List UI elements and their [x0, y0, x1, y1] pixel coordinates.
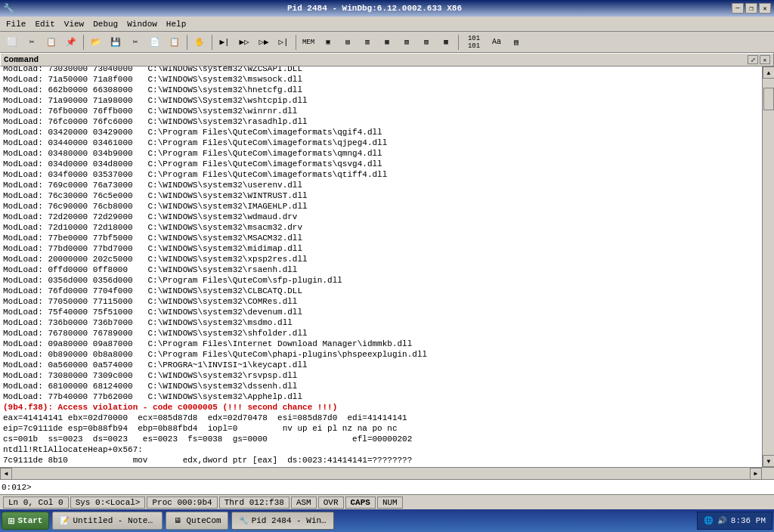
console-line: eax=41414141 ebx=02d70000 ecx=085d87d8 e… [3, 413, 759, 423]
command-panel: Command ⤢ ✕ ModLoad: 76360000 76370000 C… [0, 53, 774, 494]
asm-status: ASM [291, 496, 317, 509]
toolbar-mem5-btn[interactable]: ▦ [378, 34, 396, 51]
console-line: ModLoad: 76780000 76789000 C:\WINDOWS\sy… [3, 328, 759, 339]
console-line: cs=001b ss=0023 ds=0023 es=0023 fs=0038 … [3, 434, 759, 444]
menu-item-file[interactable]: File [2, 18, 30, 30]
toolbar-hand-btn[interactable]: ✋ [190, 34, 209, 51]
toolbar-mem8-btn[interactable]: ▩ [437, 34, 455, 51]
notepad-icon: 📝 [59, 515, 70, 526]
maximize-button[interactable]: ❐ [745, 3, 757, 14]
scroll-thumb[interactable] [763, 88, 774, 110]
toolbar-reg-btn[interactable]: 101101 [462, 34, 486, 51]
menu-item-debug[interactable]: Debug [88, 18, 122, 30]
console-line: ModLoad: 75f40000 75f51000 C:\WINDOWS\sy… [3, 307, 759, 317]
num-status: NUM [377, 496, 403, 509]
command-header: Command ⤢ ✕ [0, 53, 774, 66]
scroll-track[interactable] [763, 79, 774, 455]
taskbar-notepad-label: Untitled - Notepad [73, 516, 156, 525]
toolbar-sep-5 [458, 35, 459, 50]
taskbar-item-notepad[interactable]: 📝 Untitled - Notepad [52, 512, 163, 530]
menu-bar: FileEditViewDebugWindowHelp [0, 17, 774, 32]
h-scroll-track[interactable] [12, 469, 750, 479]
sys-status: Sys 0:<Local> [70, 496, 146, 509]
toolbar-open-btn[interactable]: 📂 [87, 34, 105, 51]
windbg-icon: 🔧 [238, 515, 249, 526]
network-icon: 🌐 [704, 516, 713, 525]
console-line: eip=7c9111de esp=0b88fb94 ebp=0b88fbd4 i… [3, 423, 759, 434]
console-line: ModLoad: 72d20000 72d29000 C:\WINDOWS\sy… [3, 212, 759, 222]
console-line: ModLoad: 76c90000 76cb8000 C:\WINDOWS\sy… [3, 201, 759, 212]
console-line: ModLoad: 72d10000 72d18000 C:\WINDOWS\sy… [3, 222, 759, 233]
scroll-down-arrow[interactable]: ▼ [763, 455, 774, 467]
console-line: ModLoad: 71a50000 71a8f000 C:\WINDOWS\sy… [3, 74, 759, 85]
toolbar-step2-btn[interactable]: ▶▷ [235, 34, 253, 51]
console-line: ModLoad: 736b0000 736b7000 C:\WINDOWS\sy… [3, 317, 759, 328]
menu-item-window[interactable]: Window [122, 18, 162, 30]
scroll-right-arrow[interactable]: ▶ [750, 468, 762, 480]
console-line: 7c9111de 8b10 mov edx,dword ptr [eax] ds… [3, 455, 759, 466]
volume-icon: 🔊 [717, 516, 726, 525]
taskbar-item-qutecom[interactable]: 🖥 QuteCom [166, 512, 228, 530]
toolbar-extra-btn[interactable]: ▤ [507, 34, 525, 51]
scroll-left-arrow[interactable]: ◀ [0, 468, 12, 480]
console-line: ModLoad: 73030000 73040000 C:\WINDOWS\sy… [3, 66, 759, 74]
console-line: ntdll!RtlAllocateHeap+0x567: [3, 444, 759, 455]
toolbar-mem3-btn[interactable]: ▤ [339, 34, 357, 51]
taskbar: ⊞ Start 📝 Untitled - Notepad 🖥 QuteCom 🔧… [0, 509, 774, 532]
toolbar-btn-1[interactable]: ⬜ [3, 34, 21, 51]
command-header-buttons: ⤢ ✕ [748, 55, 770, 64]
taskbar-item-windbg[interactable]: 🔧 Pid 2484 - WinDbg:6.1... [231, 512, 334, 530]
toolbar-step-btn[interactable]: ▶| [215, 34, 234, 51]
toolbar-mem-btn[interactable]: MEM [299, 34, 317, 51]
console-line: ModLoad: 0ffd0000 0ff8000 C:\WINDOWS\sys… [3, 264, 759, 275]
title-bar: 🔧 Pid 2484 - WinDbg:6.12.0002.633 X86 — … [0, 0, 774, 17]
command-input[interactable] [32, 483, 772, 492]
horizontal-scrollbar[interactable]: ◀ ▶ [0, 468, 762, 479]
command-resize-btn[interactable]: ⤢ [748, 55, 758, 64]
console-line: ModLoad: 03480000 034b9000 C:\Program Fi… [3, 148, 759, 159]
toolbar-btn-3[interactable]: 📋 [42, 34, 60, 51]
console-line: ModLoad: 76fb0000 76ffb000 C:\WINDOWS\sy… [3, 106, 759, 116]
console-content[interactable]: ModLoad: 76360000 76370000 C:\WINDOWS\sy… [0, 66, 762, 467]
console-line: ModLoad: 03420000 03429000 C:\Program Fi… [3, 127, 759, 138]
toolbar-copy-btn[interactable]: 📄 [146, 34, 164, 51]
toolbar-mem4-btn[interactable]: ▥ [358, 34, 376, 51]
console-line: ModLoad: 662b0000 66308000 C:\WINDOWS\sy… [3, 85, 759, 95]
close-button[interactable]: ✕ [759, 3, 771, 14]
proc-status: Proc 000:9b4 [147, 496, 217, 509]
qutecom-icon: 🖥 [172, 515, 183, 526]
toolbar-mem7-btn[interactable]: ▨ [417, 34, 435, 51]
status-bar: Ln 0, Col 0 Sys 0:<Local> Proc 000:9b4 T… [0, 494, 774, 509]
console-line: (9b4.f38): Access violation - code c0000… [3, 402, 759, 413]
app-icon: 🔧 [3, 3, 14, 14]
console-line: ModLoad: 77b40000 77b62000 C:\WINDOWS\sy… [3, 391, 759, 402]
start-icon: ⊞ [8, 515, 14, 527]
menu-item-view[interactable]: View [60, 18, 88, 30]
toolbar-cut-btn[interactable]: ✂ [126, 34, 144, 51]
toolbar-step4-btn[interactable]: ▷| [274, 34, 293, 51]
command-close-btn[interactable]: ✕ [760, 55, 770, 64]
menu-item-help[interactable]: Help [162, 18, 190, 30]
toolbar-mem6-btn[interactable]: ▧ [398, 34, 416, 51]
vertical-scrollbar[interactable]: ▲ ▼ [762, 66, 774, 467]
toolbar-sep-3 [212, 35, 212, 50]
start-button[interactable]: ⊞ Start [2, 512, 49, 530]
scroll-up-arrow[interactable]: ▲ [763, 66, 774, 79]
window-controls: — ❐ ✕ [732, 3, 771, 14]
console-line: ModLoad: 77050000 77115000 C:\WINDOWS\sy… [3, 296, 759, 307]
menu-item-edit[interactable]: Edit [30, 18, 59, 30]
console-line: ModLoad: 034d0000 034d8000 C:\Program Fi… [3, 159, 759, 169]
toolbar-step3-btn[interactable]: ▷▶ [255, 34, 273, 51]
command-prompt: 0:012> [2, 483, 32, 492]
console-line: ModLoad: 03440000 03461000 C:\Program Fi… [3, 138, 759, 148]
minimize-button[interactable]: — [732, 3, 744, 14]
toolbar-btn-4[interactable]: 📌 [62, 34, 80, 51]
toolbar-mem2-btn[interactable]: ▣ [319, 34, 337, 51]
console-line: ModLoad: 0b890000 0b8a8000 C:\Program Fi… [3, 349, 759, 360]
toolbar-paste-btn[interactable]: 📋 [166, 34, 184, 51]
console-line: ModLoad: 76fc0000 76fc6000 C:\WINDOWS\sy… [3, 116, 759, 127]
toolbar-save-btn[interactable]: 💾 [107, 34, 125, 51]
toolbar-btn-2[interactable]: ✂ [23, 34, 41, 51]
toolbar-font-btn[interactable]: Aa [488, 34, 506, 51]
taskbar-qutecom-label: QuteCom [186, 516, 221, 525]
